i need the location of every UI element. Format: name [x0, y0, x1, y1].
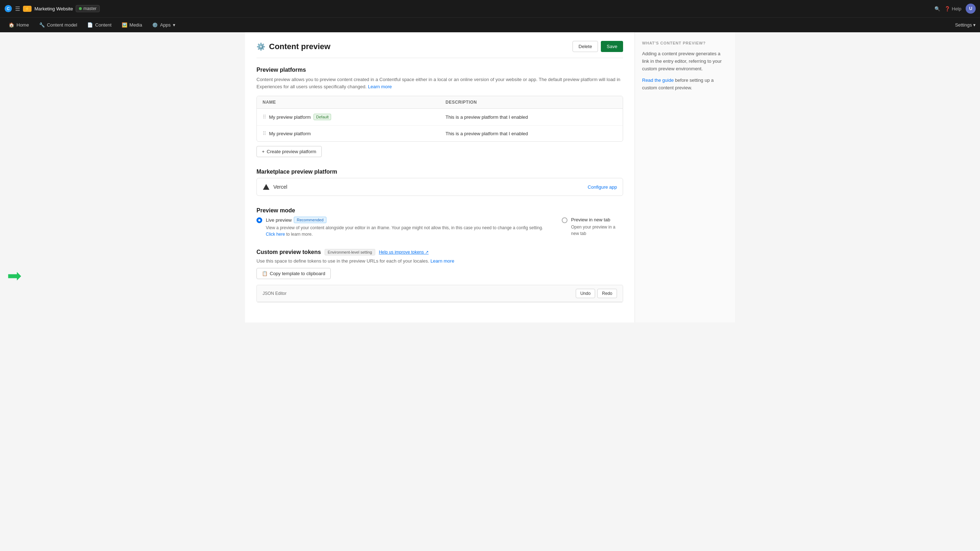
nav-label-home: Home: [16, 22, 29, 28]
nav-item-content-model[interactable]: 🔧 Content model: [35, 20, 82, 30]
copy-template-button[interactable]: 📋 Copy template to clipboard: [256, 268, 331, 279]
tokens-header: Custom preview tokens Environment-level …: [256, 249, 623, 255]
drag-handle-icon[interactable]: ⠿: [262, 114, 266, 120]
preview-platforms-section: Preview platforms Content preview allows…: [256, 67, 623, 157]
content-model-icon: 🔧: [39, 22, 45, 28]
home-icon: 🏠: [9, 22, 14, 28]
top-bar-right: 🔍 ❓ Help U: [934, 3, 976, 14]
vercel-icon: [262, 183, 270, 191]
new-tab-option: Preview in new tab Open your preview in …: [562, 217, 623, 237]
platform-name-2: My preview platform: [269, 131, 311, 136]
json-editor: JSON Editor Undo Redo: [256, 285, 623, 303]
main-content: ⚙️ Content preview Delete Save Preview p…: [245, 32, 635, 322]
nav-item-content[interactable]: 📄 Content: [83, 20, 116, 30]
help-label: Help: [952, 6, 961, 11]
sidebar-para2: Read the guide before setting up a custo…: [642, 77, 728, 92]
tokens-title: Custom preview tokens: [256, 249, 321, 255]
save-button[interactable]: Save: [601, 41, 623, 52]
json-actions: Undo Redo: [576, 289, 617, 298]
new-tab-content: Preview in new tab Open your preview in …: [571, 217, 623, 237]
read-guide-link[interactable]: Read the guide: [642, 78, 674, 83]
preview-platforms-learn-more-link[interactable]: Learn more: [368, 84, 392, 89]
help-icon: ❓: [945, 6, 950, 11]
copy-btn-label: Copy template to clipboard: [270, 271, 325, 276]
recommended-badge: Recommended: [294, 217, 326, 223]
table-cell-name-1: ⠿ My preview platform Default: [257, 109, 440, 125]
preview-platforms-title: Preview platforms: [256, 67, 623, 73]
table-header-description: Description: [440, 96, 623, 108]
content-area: ⚙️ Content preview Delete Save Preview p…: [245, 32, 735, 322]
table-header: Name Description: [257, 96, 623, 109]
header-actions: Delete Save: [573, 41, 623, 52]
nav-item-home[interactable]: 🏠 Home: [4, 20, 33, 30]
create-preview-platform-button[interactable]: + Create preview platform: [256, 146, 322, 157]
page-header: ⚙️ Content preview Delete Save: [256, 41, 623, 58]
new-tab-label: Preview in new tab: [571, 217, 610, 222]
click-here-link[interactable]: Click here: [266, 232, 285, 237]
sidebar-heading: WHAT'S CONTENT PREVIEW?: [642, 41, 728, 45]
configure-app-link[interactable]: Configure app: [587, 185, 617, 190]
tokens-desc: Use this space to define tokens to use i…: [256, 258, 623, 264]
delete-button[interactable]: Delete: [573, 41, 598, 52]
table-cell-desc-2: This is a preview platform that I enable…: [440, 126, 623, 141]
live-preview-label: Live preview: [266, 217, 292, 223]
marketplace-section: Marketplace preview platform Vercel Conf…: [256, 169, 623, 196]
preview-platforms-table: Name Description ⠿ My preview platform D…: [256, 96, 623, 142]
table-row: ⠿ My preview platform Default This is a …: [257, 109, 623, 126]
nav-label-content: Content: [95, 22, 111, 28]
marketplace-row: Vercel Configure app: [256, 178, 623, 196]
preview-mode-section: Preview mode Live preview Recommended Vi…: [256, 207, 623, 237]
help-button[interactable]: ❓ Help: [945, 6, 961, 11]
copy-icon: 📋: [262, 271, 267, 276]
platform-name-1: My preview platform: [269, 115, 311, 120]
lightning-badge: ⚡: [23, 6, 32, 12]
table-row: ⠿ My preview platform This is a preview …: [257, 126, 623, 141]
table-header-name: Name: [257, 96, 440, 108]
top-bar-left: C ☰ ⚡ Marketing Website master: [4, 5, 932, 13]
nav-bar: 🏠 Home 🔧 Content model 📄 Content 🖼️ Medi…: [0, 17, 980, 32]
search-icon[interactable]: 🔍: [934, 6, 940, 11]
marketplace-left: Vercel: [262, 183, 287, 191]
undo-button[interactable]: Undo: [576, 289, 595, 298]
svg-marker-2: [263, 184, 269, 190]
env-level-badge: Environment-level setting: [325, 249, 375, 255]
green-arrow: ➡: [7, 266, 22, 285]
vercel-name: Vercel: [273, 184, 287, 190]
new-tab-radio[interactable]: [562, 217, 568, 223]
page-gear-icon: ⚙️: [256, 42, 266, 51]
nav-label-media: Media: [129, 22, 142, 28]
tokens-learn-more-link[interactable]: Learn more: [430, 258, 454, 264]
svg-text:C: C: [7, 6, 10, 11]
nav-item-media[interactable]: 🖼️ Media: [117, 20, 146, 30]
project-name: Marketing Website: [35, 6, 73, 11]
avatar[interactable]: U: [966, 3, 976, 14]
page-title: Content preview: [269, 42, 330, 51]
nav-label-content-model: Content model: [47, 22, 78, 28]
nav-item-apps[interactable]: ⚙️ Apps ▾: [148, 20, 180, 30]
nav-label-apps: Apps: [160, 22, 171, 28]
hamburger-icon[interactable]: ☰: [15, 5, 20, 12]
preview-mode-options: Live preview Recommended View a preview …: [256, 217, 623, 237]
default-badge: Default: [313, 114, 331, 120]
live-preview-option: Live preview Recommended View a preview …: [256, 217, 550, 237]
settings-button[interactable]: Settings ▾: [955, 22, 976, 28]
redo-button[interactable]: Redo: [597, 289, 617, 298]
page-title-area: ⚙️ Content preview: [256, 42, 330, 51]
settings-label: Settings ▾: [955, 22, 976, 28]
new-tab-desc: Open your preview in a new tab: [571, 224, 623, 237]
drag-handle-icon[interactable]: ⠿: [262, 131, 266, 136]
apps-icon: ⚙️: [152, 22, 158, 28]
improve-tokens-link[interactable]: Help us improve tokens ↗: [379, 250, 429, 255]
live-preview-radio[interactable]: [256, 217, 262, 223]
preview-platforms-desc: Content preview allows you to preview co…: [256, 76, 623, 90]
json-editor-header: JSON Editor Undo Redo: [257, 285, 623, 302]
json-editor-label: JSON Editor: [262, 291, 286, 296]
media-icon: 🖼️: [122, 22, 127, 28]
sidebar-panel: WHAT'S CONTENT PREVIEW? Adding a content…: [635, 32, 735, 322]
table-cell-desc-1: This is a preview platform that I enable…: [440, 110, 623, 125]
contentful-logo-icon: C: [4, 5, 12, 13]
branch-badge[interactable]: master: [76, 5, 100, 12]
live-preview-content: Live preview Recommended View a preview …: [266, 217, 550, 237]
marketplace-title: Marketplace preview platform: [256, 169, 623, 175]
live-preview-desc: View a preview of your content alongside…: [266, 225, 550, 237]
